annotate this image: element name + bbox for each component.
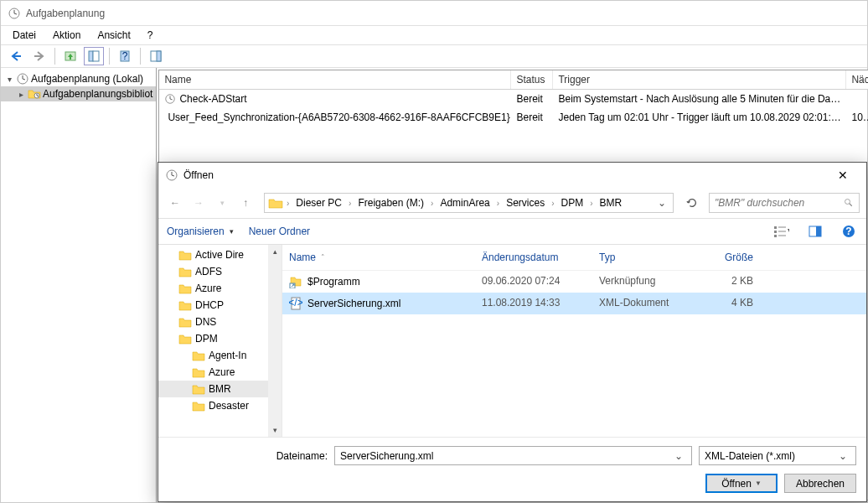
file-row[interactable]: </>ServerSicherung.xml11.08.2019 14:33XM… [282, 293, 866, 314]
folder-icon [178, 333, 192, 345]
action-pane-button[interactable] [146, 47, 166, 65]
open-button[interactable]: Öffnen▼ [705, 474, 778, 493]
svg-line-26 [850, 204, 852, 206]
view-mode-button[interactable]: ▾ [772, 222, 791, 241]
svg-rect-4 [89, 51, 93, 61]
separator [140, 48, 141, 65]
file-row[interactable]: $Programm09.06.2020 07:24Verknüpfung2 KB [282, 271, 866, 293]
folder-tree-item[interactable]: DPM [158, 330, 282, 347]
nav-back[interactable]: ← [165, 193, 185, 213]
menu-view[interactable]: Ansicht [90, 28, 137, 43]
breadcrumb-seg[interactable]: Freigaben (M:) [354, 197, 427, 209]
svg-rect-5 [93, 51, 99, 61]
search-icon [844, 198, 854, 208]
folder-icon [178, 283, 192, 294]
filename-label: Dateiname: [168, 450, 328, 462]
folder-label: BMR [209, 383, 231, 395]
task-row[interactable]: User_Feed_Synchronization-{A6AB5720-6308… [159, 108, 868, 127]
col-name[interactable]: Name [282, 248, 475, 267]
refresh-button[interactable] [682, 193, 702, 213]
folder-label: ADFS [195, 266, 222, 277]
col-next[interactable]: Näch [846, 70, 868, 89]
svg-text:▾: ▾ [788, 226, 789, 236]
breadcrumb-seg[interactable]: AdminArea [437, 197, 493, 209]
scheduler-icon [16, 72, 29, 86]
view-button[interactable] [84, 47, 104, 65]
nav-up[interactable]: ↑ [235, 193, 256, 213]
chevron-right-icon[interactable]: › [285, 199, 291, 208]
task-row[interactable]: Check-ADStart Bereit Beim Systemstart - … [159, 90, 868, 108]
folder-tree-item[interactable]: Agent-In [158, 347, 282, 364]
tree-root[interactable]: ▾ Aufgabenplanung (Lokal) [1, 71, 156, 86]
titlebar: Aufgabenplanung [1, 1, 867, 26]
up-button[interactable] [60, 47, 80, 65]
menu-help[interactable]: ? [141, 28, 160, 43]
split-dropdown-icon[interactable]: ▼ [755, 480, 762, 487]
col-date[interactable]: Änderungsdatum [475, 248, 592, 267]
file-list-header: Name Änderungsdatum Typ Größe [282, 245, 866, 271]
chevron-down-icon[interactable]: ⌄ [835, 450, 850, 462]
folder-tree-item[interactable]: Azure [158, 280, 282, 297]
svg-rect-29 [774, 235, 777, 237]
scrollbar[interactable]: ▴▾ [268, 245, 282, 437]
svg-rect-27 [774, 226, 777, 229]
menu-action[interactable]: Aktion [46, 28, 87, 43]
new-folder-button[interactable]: Neuer Ordner [249, 226, 310, 237]
breadcrumb-seg[interactable]: Dieser PC [292, 197, 345, 209]
search-box[interactable] [709, 193, 860, 213]
search-input[interactable] [715, 197, 844, 209]
expand-icon[interactable]: ▸ [16, 90, 26, 99]
preview-pane-button[interactable] [806, 222, 824, 241]
folder-tree-item[interactable]: Active Dire [158, 246, 282, 263]
close-button[interactable]: ✕ [826, 163, 860, 187]
dialog-titlebar: Öffnen ✕ [158, 163, 866, 188]
folder-tree-item[interactable]: Azure [158, 364, 282, 381]
nav-recent[interactable]: ▾ [212, 193, 232, 213]
file-size: 2 KB [701, 273, 760, 290]
folder-icon [178, 316, 192, 328]
col-name[interactable]: Name [159, 70, 511, 89]
chevron-down-icon[interactable]: ⌄ [671, 450, 686, 462]
cancel-button[interactable]: Abbrechen [784, 474, 856, 493]
folder-icon [192, 350, 205, 361]
help-button[interactable]: ? [115, 47, 135, 65]
svg-point-25 [845, 200, 850, 205]
organize-menu[interactable]: Organisieren [167, 226, 234, 237]
col-status[interactable]: Status [511, 70, 553, 89]
file-name: $Programm [307, 276, 360, 288]
folder-label: DNS [195, 316, 216, 328]
dialog-body: Active DireADFSAzureDHCPDNSDPMAgent-InAz… [158, 245, 866, 437]
dialog-footer: Dateiname: ⌄ XML-Dateien (*.xml) ⌄ Öffne… [158, 437, 866, 501]
help-icon[interactable]: ? [840, 222, 858, 241]
svg-rect-35 [816, 226, 821, 236]
folder-tree-item[interactable]: DNS [158, 314, 282, 330]
navigation-tree[interactable]: ▾ Aufgabenplanung (Lokal) ▸ Aufgabenplan… [1, 68, 157, 502]
svg-text:?: ? [122, 50, 128, 62]
nav-forward[interactable]: → [189, 193, 209, 213]
filename-combo[interactable]: ⌄ [334, 446, 692, 465]
back-button[interactable] [6, 47, 26, 65]
breadcrumb[interactable]: › Dieser PC› Freigaben (M:)› AdminArea› … [264, 193, 674, 213]
col-size[interactable]: Größe [701, 248, 760, 267]
expand-icon[interactable]: ▾ [4, 75, 14, 84]
svg-rect-9 [157, 51, 161, 61]
col-type[interactable]: Typ [592, 248, 701, 267]
tree-library[interactable]: ▸ Aufgabenplanungsbibliot [1, 86, 156, 101]
folder-label: Azure [209, 366, 235, 378]
forward-button[interactable] [29, 47, 49, 65]
breadcrumb-seg[interactable]: BMR [597, 197, 626, 209]
folder-tree-item[interactable]: DHCP [158, 297, 282, 314]
folder-tree-item[interactable]: ADFS [158, 263, 282, 280]
filename-input[interactable] [340, 450, 671, 462]
breadcrumb-seg[interactable]: Services [503, 197, 548, 209]
file-filter[interactable]: XML-Dateien (*.xml) ⌄ [699, 446, 856, 465]
dialog-icon [165, 169, 178, 182]
menu-file[interactable]: Datei [6, 28, 43, 43]
col-trigger[interactable]: Trigger [553, 70, 846, 89]
folder-tree[interactable]: Active DireADFSAzureDHCPDNSDPMAgent-InAz… [158, 245, 282, 437]
breadcrumb-seg[interactable]: DPM [558, 197, 587, 209]
folder-tree-item[interactable]: BMR [158, 381, 282, 397]
file-list[interactable]: Name Änderungsdatum Typ Größe $Programm0… [282, 245, 866, 437]
folder-tree-item[interactable]: Desaster [158, 397, 282, 414]
breadcrumb-dropdown[interactable]: ⌄ [654, 197, 669, 209]
